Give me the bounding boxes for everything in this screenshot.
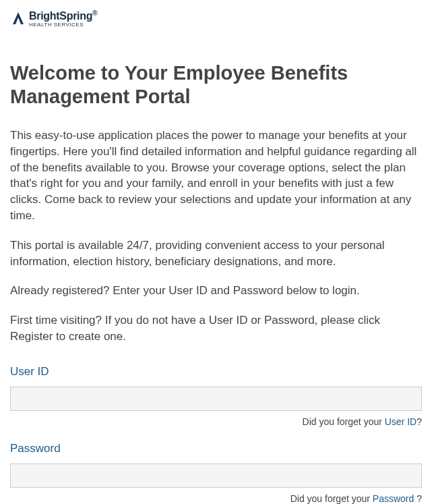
page-title: Welcome to Your Employee Benefits Manage… — [10, 61, 422, 109]
forgot-user-id-suffix: ? — [416, 416, 422, 427]
brand-name: BrightSpring — [29, 10, 92, 22]
user-id-label: User ID — [10, 365, 422, 379]
brand-logo: BrightSpring® HEALTH SERVICES — [10, 10, 422, 28]
forgot-password-link[interactable]: Password — [373, 493, 414, 504]
forgot-password-prefix: Did you forget your — [290, 493, 373, 504]
intro-paragraph-2: This portal is available 24/7, providing… — [10, 237, 422, 270]
brand-tagline: HEALTH SERVICES — [29, 22, 97, 28]
user-id-input[interactable] — [10, 387, 422, 411]
intro-paragraph-1: This easy-to-use application places the … — [10, 128, 422, 224]
forgot-user-id-link[interactable]: User ID — [385, 416, 416, 427]
forgot-user-id-prefix: Did you forget your — [303, 416, 385, 427]
password-input[interactable] — [10, 464, 422, 488]
forgot-password-row: Did you forget your Password ? — [10, 493, 422, 504]
trademark-symbol: ® — [92, 9, 97, 17]
intro-paragraph-4: First time visiting? If you do not have … — [10, 312, 422, 345]
forgot-password-suffix: ? — [414, 493, 422, 504]
intro-paragraph-3: Already registered? Enter your User ID a… — [10, 283, 422, 299]
logo-icon — [10, 11, 26, 27]
password-label: Password — [10, 442, 422, 455]
forgot-user-id-row: Did you forget your User ID? — [10, 416, 422, 427]
intro-text: This easy-to-use application places the … — [10, 128, 422, 345]
